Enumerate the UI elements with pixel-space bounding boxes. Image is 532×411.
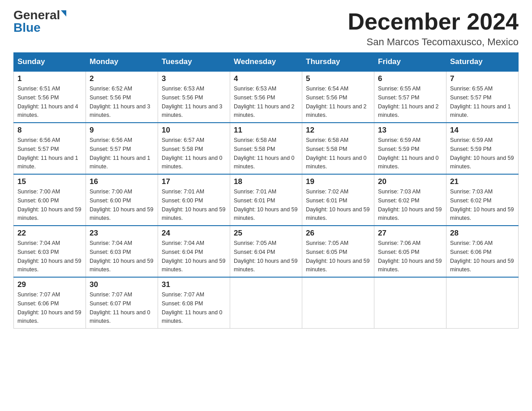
day-of-week-header: Monday [86, 53, 158, 72]
calendar-day-cell [446, 277, 519, 329]
calendar-day-cell: 24 Sunrise: 7:04 AMSunset: 6:04 PMDaylig… [158, 226, 230, 277]
calendar-day-cell: 22 Sunrise: 7:04 AMSunset: 6:03 PMDaylig… [14, 226, 86, 277]
calendar-table: SundayMondayTuesdayWednesdayThursdayFrid… [13, 52, 519, 329]
calendar-day-cell: 9 Sunrise: 6:56 AMSunset: 5:57 PMDayligh… [86, 123, 158, 174]
calendar-day-cell: 14 Sunrise: 6:59 AMSunset: 5:59 PMDaylig… [446, 123, 519, 174]
calendar-subtitle: San Marcos Tecomaxusco, Mexico [348, 36, 519, 48]
day-info: Sunrise: 7:00 AMSunset: 6:00 PMDaylight:… [17, 188, 81, 221]
day-info: Sunrise: 6:57 AMSunset: 5:58 PMDaylight:… [162, 137, 223, 170]
day-number: 14 [450, 126, 515, 135]
day-number: 15 [17, 177, 82, 186]
calendar-day-cell: 8 Sunrise: 6:56 AMSunset: 5:57 PMDayligh… [14, 123, 86, 174]
day-number: 22 [17, 229, 82, 238]
week-row: 22 Sunrise: 7:04 AMSunset: 6:03 PMDaylig… [14, 226, 519, 277]
day-of-week-header: Sunday [14, 53, 86, 72]
day-number: 18 [234, 177, 298, 186]
calendar-day-cell: 28 Sunrise: 7:06 AMSunset: 6:06 PMDaylig… [446, 226, 519, 277]
day-number: 1 [17, 74, 82, 83]
day-of-week-header: Tuesday [158, 53, 230, 72]
day-number: 28 [450, 229, 515, 238]
day-number: 23 [90, 229, 154, 238]
day-info: Sunrise: 7:04 AMSunset: 6:04 PMDaylight:… [162, 240, 225, 273]
calendar-day-cell: 19 Sunrise: 7:02 AMSunset: 6:01 PMDaylig… [302, 174, 374, 226]
day-info: Sunrise: 7:04 AMSunset: 6:03 PMDaylight:… [17, 240, 81, 273]
day-info: Sunrise: 6:51 AMSunset: 5:56 PMDaylight:… [17, 86, 78, 118]
calendar-day-cell: 15 Sunrise: 7:00 AMSunset: 6:00 PMDaylig… [14, 174, 86, 226]
day-info: Sunrise: 6:53 AMSunset: 5:56 PMDaylight:… [162, 86, 223, 118]
calendar-day-cell [374, 277, 446, 329]
day-number: 31 [162, 280, 226, 289]
day-info: Sunrise: 7:01 AMSunset: 6:00 PMDaylight:… [162, 188, 225, 221]
week-row: 29 Sunrise: 7:07 AMSunset: 6:06 PMDaylig… [14, 277, 519, 329]
calendar-day-cell: 13 Sunrise: 6:59 AMSunset: 5:59 PMDaylig… [374, 123, 446, 174]
calendar-day-cell: 3 Sunrise: 6:53 AMSunset: 5:56 PMDayligh… [158, 71, 230, 123]
day-info: Sunrise: 7:01 AMSunset: 6:01 PMDaylight:… [234, 188, 297, 221]
day-number: 8 [17, 126, 82, 135]
week-row: 1 Sunrise: 6:51 AMSunset: 5:56 PMDayligh… [14, 71, 519, 123]
day-info: Sunrise: 6:59 AMSunset: 5:59 PMDaylight:… [378, 137, 439, 170]
day-info: Sunrise: 6:59 AMSunset: 5:59 PMDaylight:… [450, 137, 514, 170]
day-number: 29 [17, 280, 82, 289]
calendar-day-cell: 7 Sunrise: 6:55 AMSunset: 5:57 PMDayligh… [446, 71, 519, 123]
day-number: 11 [234, 126, 298, 135]
day-info: Sunrise: 6:55 AMSunset: 5:57 PMDaylight:… [450, 86, 511, 118]
day-number: 5 [306, 74, 370, 83]
day-number: 9 [90, 126, 154, 135]
day-of-week-header: Saturday [446, 53, 519, 72]
day-info: Sunrise: 6:56 AMSunset: 5:57 PMDaylight:… [90, 137, 150, 170]
week-row: 8 Sunrise: 6:56 AMSunset: 5:57 PMDayligh… [14, 123, 519, 174]
day-number: 16 [90, 177, 154, 186]
day-info: Sunrise: 7:06 AMSunset: 6:06 PMDaylight:… [450, 240, 514, 273]
day-info: Sunrise: 7:05 AMSunset: 6:04 PMDaylight:… [234, 240, 297, 273]
calendar-day-cell: 6 Sunrise: 6:55 AMSunset: 5:57 PMDayligh… [374, 71, 446, 123]
logo-blue-text: Blue [13, 21, 41, 34]
calendar-day-cell: 25 Sunrise: 7:05 AMSunset: 6:04 PMDaylig… [230, 226, 302, 277]
day-header-row: SundayMondayTuesdayWednesdayThursdayFrid… [14, 53, 519, 72]
day-number: 4 [234, 74, 298, 83]
calendar-day-cell: 1 Sunrise: 6:51 AMSunset: 5:56 PMDayligh… [14, 71, 86, 123]
day-info: Sunrise: 7:04 AMSunset: 6:03 PMDaylight:… [90, 240, 153, 273]
day-info: Sunrise: 7:07 AMSunset: 6:07 PMDaylight:… [90, 291, 150, 324]
calendar-day-cell: 23 Sunrise: 7:04 AMSunset: 6:03 PMDaylig… [86, 226, 158, 277]
calendar-day-cell: 18 Sunrise: 7:01 AMSunset: 6:01 PMDaylig… [230, 174, 302, 226]
day-info: Sunrise: 7:03 AMSunset: 6:02 PMDaylight:… [378, 188, 442, 221]
calendar-day-cell: 21 Sunrise: 7:03 AMSunset: 6:02 PMDaylig… [446, 174, 519, 226]
calendar-day-cell: 5 Sunrise: 6:54 AMSunset: 5:56 PMDayligh… [302, 71, 374, 123]
day-info: Sunrise: 7:05 AMSunset: 6:05 PMDaylight:… [306, 240, 369, 273]
calendar-day-cell: 26 Sunrise: 7:05 AMSunset: 6:05 PMDaylig… [302, 226, 374, 277]
calendar-day-cell: 20 Sunrise: 7:03 AMSunset: 6:02 PMDaylig… [374, 174, 446, 226]
day-info: Sunrise: 6:53 AMSunset: 5:56 PMDaylight:… [234, 86, 295, 118]
day-info: Sunrise: 7:07 AMSunset: 6:06 PMDaylight:… [17, 291, 81, 324]
day-info: Sunrise: 6:55 AMSunset: 5:57 PMDaylight:… [378, 86, 439, 118]
day-number: 21 [450, 177, 515, 186]
day-number: 10 [162, 126, 226, 135]
day-info: Sunrise: 7:03 AMSunset: 6:02 PMDaylight:… [450, 188, 514, 221]
calendar-day-cell [230, 277, 302, 329]
day-of-week-header: Wednesday [230, 53, 302, 72]
day-of-week-header: Friday [374, 53, 446, 72]
day-number: 26 [306, 229, 370, 238]
calendar-day-cell: 2 Sunrise: 6:52 AMSunset: 5:56 PMDayligh… [86, 71, 158, 123]
calendar-day-cell: 17 Sunrise: 7:01 AMSunset: 6:00 PMDaylig… [158, 174, 230, 226]
day-number: 2 [90, 74, 154, 83]
day-number: 7 [450, 74, 515, 83]
day-number: 3 [162, 74, 226, 83]
day-info: Sunrise: 7:00 AMSunset: 6:00 PMDaylight:… [90, 188, 153, 221]
calendar-day-cell [302, 277, 374, 329]
logo: General Blue [13, 9, 66, 34]
logo-general-text: General [13, 9, 60, 21]
calendar-day-cell: 10 Sunrise: 6:57 AMSunset: 5:58 PMDaylig… [158, 123, 230, 174]
day-of-week-header: Thursday [302, 53, 374, 72]
calendar-day-cell: 11 Sunrise: 6:58 AMSunset: 5:58 PMDaylig… [230, 123, 302, 174]
logo-arrow-icon [61, 10, 66, 17]
day-number: 30 [90, 280, 154, 289]
calendar-day-cell: 16 Sunrise: 7:00 AMSunset: 6:00 PMDaylig… [86, 174, 158, 226]
day-info: Sunrise: 6:54 AMSunset: 5:56 PMDaylight:… [306, 86, 367, 118]
calendar-day-cell: 29 Sunrise: 7:07 AMSunset: 6:06 PMDaylig… [14, 277, 86, 329]
day-number: 20 [378, 177, 442, 186]
day-info: Sunrise: 6:52 AMSunset: 5:56 PMDaylight:… [90, 86, 150, 118]
day-number: 24 [162, 229, 226, 238]
title-section: December 2024 San Marcos Tecomaxusco, Me… [348, 9, 519, 48]
day-info: Sunrise: 7:07 AMSunset: 6:08 PMDaylight:… [162, 291, 223, 324]
day-info: Sunrise: 6:56 AMSunset: 5:57 PMDaylight:… [17, 137, 78, 170]
